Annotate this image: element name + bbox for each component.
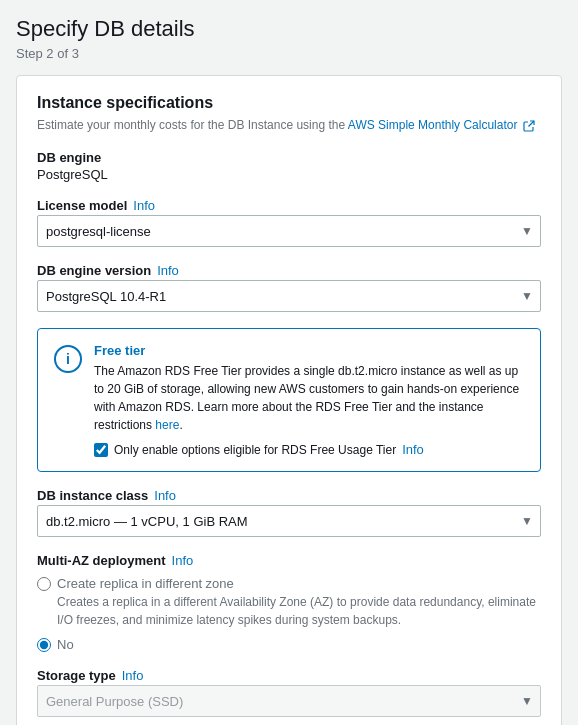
free-tier-checkbox-label: Only enable options eligible for RDS Fre… [114,443,396,457]
free-tier-here-link[interactable]: here [155,418,179,432]
license-model-info-link[interactable]: Info [133,198,155,213]
multi-az-no-option: No [37,637,541,652]
free-tier-box: i Free tier The Amazon RDS Free Tier pro… [37,328,541,472]
license-model-select[interactable]: postgresql-license [37,215,541,247]
db-instance-class-select-wrapper: db.t2.micro — 1 vCPU, 1 GiB RAM ▼ [37,505,541,537]
multi-az-replica-label: Create replica in different zone [57,576,234,591]
multi-az-label: Multi-AZ deployment Info [37,553,541,568]
storage-type-label: Storage type Info [37,668,541,683]
multi-az-radio-group: Create replica in different zone Creates… [37,576,541,652]
external-link-icon [523,120,535,132]
storage-type-select-wrapper: General Purpose (SSD) ▼ [37,685,541,717]
db-engine-version-select-wrapper: PostgreSQL 10.4-R1 ▼ [37,280,541,312]
page-title: Specify DB details [16,16,562,42]
multi-az-field: Multi-AZ deployment Info Create replica … [37,553,541,652]
free-tier-content: Free tier The Amazon RDS Free Tier provi… [94,343,524,457]
free-tier-checkbox[interactable] [94,443,108,457]
instance-specifications-card: Instance specifications Estimate your mo… [16,75,562,725]
db-instance-class-field: DB instance class Info db.t2.micro — 1 v… [37,488,541,537]
free-tier-checkbox-info-link[interactable]: Info [402,442,424,457]
db-engine-field: DB engine PostgreSQL [37,150,541,182]
db-engine-label: DB engine [37,150,541,165]
storage-type-select[interactable]: General Purpose (SSD) [37,685,541,717]
multi-az-replica-option: Create replica in different zone Creates… [37,576,541,629]
multi-az-replica-description: Creates a replica in a different Availab… [57,593,541,629]
multi-az-replica-radio[interactable] [37,577,51,591]
page-container: Specify DB details Step 2 of 3 Instance … [0,0,578,725]
multi-az-no-row: No [37,637,541,652]
free-tier-checkbox-row: Only enable options eligible for RDS Fre… [94,442,524,457]
free-tier-title: Free tier [94,343,524,358]
db-engine-version-select[interactable]: PostgreSQL 10.4-R1 [37,280,541,312]
license-model-select-wrapper: postgresql-license ▼ [37,215,541,247]
storage-type-field: Storage type Info General Purpose (SSD) … [37,668,541,717]
free-tier-info-icon: i [54,345,82,373]
svg-line-0 [528,121,534,127]
license-model-label: License model Info [37,198,541,213]
section-subtitle: Estimate your monthly costs for the DB I… [37,116,541,134]
free-tier-description: The Amazon RDS Free Tier provides a sing… [94,362,524,434]
db-instance-class-select[interactable]: db.t2.micro — 1 vCPU, 1 GiB RAM [37,505,541,537]
monthly-calculator-link[interactable]: AWS Simple Monthly Calculator [348,118,535,132]
multi-az-no-radio[interactable] [37,638,51,652]
db-instance-class-label: DB instance class Info [37,488,541,503]
db-engine-version-info-link[interactable]: Info [157,263,179,278]
db-instance-class-info-link[interactable]: Info [154,488,176,503]
license-model-field: License model Info postgresql-license ▼ [37,198,541,247]
multi-az-no-label: No [57,637,74,652]
multi-az-replica-row: Create replica in different zone [37,576,541,591]
db-engine-version-label: DB engine version Info [37,263,541,278]
step-indicator: Step 2 of 3 [16,46,562,61]
db-engine-version-field: DB engine version Info PostgreSQL 10.4-R… [37,263,541,312]
section-title: Instance specifications [37,94,541,112]
db-engine-value: PostgreSQL [37,167,541,182]
multi-az-info-link[interactable]: Info [172,553,194,568]
storage-type-info-link[interactable]: Info [122,668,144,683]
